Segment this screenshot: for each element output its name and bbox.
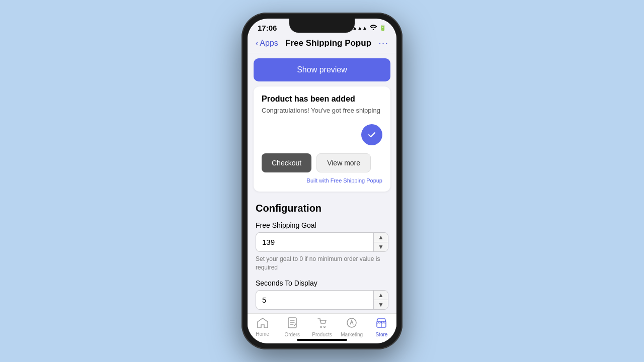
signal-icon: ▲▲▲ <box>352 25 367 31</box>
preview-card-subtitle: Congratulations! You've got free shippin… <box>262 107 382 114</box>
free-shipping-goal-input[interactable] <box>256 233 373 251</box>
free-shipping-goal-decrement[interactable]: ▼ <box>374 242 388 251</box>
orders-icon <box>287 317 297 331</box>
view-more-button[interactable]: View more <box>316 153 371 172</box>
preview-card-title: Product has been added <box>262 95 382 104</box>
notch <box>289 19 355 33</box>
seconds-to-display-decrement[interactable]: ▼ <box>374 300 388 309</box>
back-label: Apps <box>260 39 278 48</box>
svg-rect-0 <box>288 318 296 328</box>
tab-marketing-label: Marketing <box>341 332 363 337</box>
built-with-link: Free Shipping Popup <box>331 177 382 184</box>
battery-icon: 🔋 <box>379 25 386 31</box>
tab-store[interactable]: Store <box>367 317 396 337</box>
phone-frame: 17:06 ▲▲▲ 🔋 ‹ Apps Free Shipping Popup <box>242 13 403 349</box>
free-shipping-goal-stepper: ▲ ▼ <box>373 233 388 251</box>
configuration-section: Configuration Free Shipping Goal ▲ ▼ Set… <box>248 198 396 328</box>
seconds-to-display-increment[interactable]: ▲ <box>374 291 388 300</box>
free-shipping-goal-increment[interactable]: ▲ <box>374 233 388 242</box>
scroll-content: Show preview Product has been added Cong… <box>248 53 396 328</box>
tab-store-label: Store <box>375 332 387 337</box>
tab-products[interactable]: Products <box>307 317 337 337</box>
store-icon <box>376 317 387 331</box>
seconds-to-display-input-wrapper: ▲ ▼ <box>256 290 388 310</box>
seconds-to-display-input[interactable] <box>256 291 373 309</box>
preview-card: Product has been added Congratulations! … <box>254 86 390 192</box>
nav-bar: ‹ Apps Free Shipping Popup ··· <box>248 34 396 53</box>
marketing-icon <box>346 317 357 331</box>
preview-action-buttons: Checkout View more <box>262 153 382 172</box>
free-shipping-goal-input-wrapper: ▲ ▼ <box>256 232 388 252</box>
wifi-icon <box>370 24 377 32</box>
chevron-left-icon: ‹ <box>256 39 258 48</box>
back-button[interactable]: ‹ Apps <box>256 39 278 48</box>
configuration-title: Configuration <box>256 203 388 214</box>
more-options-button[interactable]: ··· <box>378 37 388 49</box>
status-icons: ▲▲▲ 🔋 <box>352 24 386 32</box>
status-time: 17:06 <box>258 24 277 32</box>
check-circle-icon <box>361 124 382 145</box>
free-shipping-goal-label: Free Shipping Goal <box>256 221 388 229</box>
phone-screen: 17:06 ▲▲▲ 🔋 ‹ Apps Free Shipping Popup <box>248 19 396 343</box>
checkout-button[interactable]: Checkout <box>262 153 311 172</box>
free-shipping-goal-hint: Set your goal to 0 if no minimum order v… <box>256 255 388 272</box>
tab-marketing[interactable]: Marketing <box>337 317 367 337</box>
show-preview-button[interactable]: Show preview <box>254 58 390 81</box>
tab-home-label: Home <box>256 331 269 337</box>
tab-orders[interactable]: Orders <box>277 317 307 337</box>
tab-orders-label: Orders <box>285 332 300 337</box>
tab-products-label: Products <box>312 332 332 337</box>
tab-home[interactable]: Home <box>248 318 277 337</box>
home-icon <box>257 318 268 330</box>
seconds-to-display-stepper: ▲ ▼ <box>373 291 388 309</box>
seconds-to-display-label: Seconds To Display <box>256 279 388 287</box>
products-icon <box>316 317 328 331</box>
page-title: Free Shipping Popup <box>285 38 371 48</box>
svg-point-1 <box>320 326 322 327</box>
svg-point-2 <box>324 326 326 327</box>
built-with-text: Built with Free Shipping Popup <box>262 177 382 184</box>
home-indicator <box>297 339 347 341</box>
